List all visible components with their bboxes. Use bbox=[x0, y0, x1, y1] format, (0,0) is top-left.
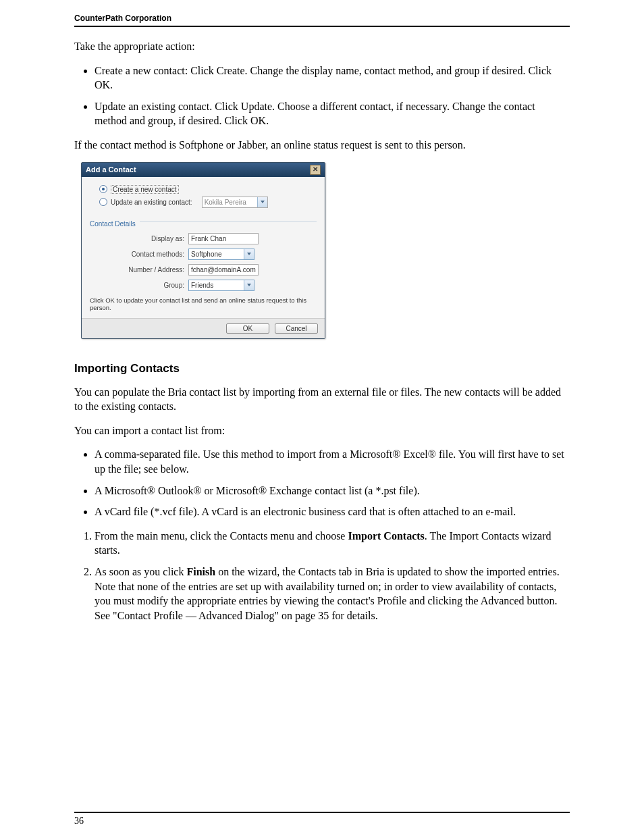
step-item: As soon as you click Finish on the wizar… bbox=[95, 565, 570, 623]
import-p2: You can import a contact list from: bbox=[74, 423, 570, 438]
contact-methods-value: Softphone bbox=[189, 251, 244, 258]
import-p1: You can populate the Bria contact list b… bbox=[74, 385, 570, 414]
dialog-titlebar: Add a Contact ✕ bbox=[82, 163, 325, 177]
dialog-hint: Click OK to update your contact list and… bbox=[90, 296, 317, 311]
page-footer: 36 bbox=[74, 812, 570, 827]
number-address-label: Number / Address: bbox=[90, 266, 188, 273]
radio-create-new[interactable] bbox=[99, 185, 107, 193]
contact-details-label: Contact Details bbox=[90, 220, 136, 228]
bullet-item: A Microsoft® Outlook® or Microsoft® Exch… bbox=[95, 484, 570, 498]
group-dropdown[interactable]: Friends bbox=[188, 280, 254, 291]
bullet-item: A vCard file (*.vcf file). A vCard is an… bbox=[95, 504, 570, 519]
step-text: From the main menu, click the Contacts m… bbox=[95, 530, 348, 542]
import-sources-list: A comma-separated file. Use this method … bbox=[74, 447, 570, 519]
importing-contacts-heading: Importing Contacts bbox=[74, 362, 570, 375]
group-label: Group: bbox=[90, 282, 188, 289]
radio-update-existing[interactable] bbox=[99, 198, 107, 206]
chevron-down-icon bbox=[244, 249, 254, 259]
page-number: 36 bbox=[74, 816, 84, 826]
page-header: CounterPath Corporation bbox=[74, 14, 570, 27]
chevron-down-icon bbox=[244, 280, 254, 290]
dialog-title: Add a Contact bbox=[86, 165, 136, 174]
step-item: From the main menu, click the Contacts m… bbox=[95, 529, 570, 558]
step-text: As soon as you click bbox=[95, 566, 186, 577]
radio-update-label: Update an existing contact: bbox=[111, 199, 192, 206]
step-bold: Import Contacts bbox=[348, 530, 424, 542]
number-address-input[interactable]: fchan@domainA.com bbox=[188, 264, 259, 276]
followup-text: If the contact method is Softphone or Ja… bbox=[74, 138, 570, 153]
intro-text: Take the appropriate action: bbox=[74, 39, 570, 54]
display-as-label: Display as: bbox=[90, 235, 188, 242]
action-bullets: Create a new contact: Click Create. Chan… bbox=[74, 63, 570, 128]
cancel-button[interactable]: Cancel bbox=[275, 323, 318, 334]
contact-methods-dropdown[interactable]: Softphone bbox=[188, 249, 254, 260]
bullet-item: Update an existing contact. Click Update… bbox=[95, 99, 570, 128]
chevron-down-icon bbox=[257, 197, 267, 207]
ok-button[interactable]: OK bbox=[226, 323, 269, 334]
display-as-input[interactable]: Frank Chan bbox=[188, 233, 259, 244]
contact-methods-label: Contact methods: bbox=[90, 251, 188, 258]
close-icon[interactable]: ✕ bbox=[310, 165, 321, 175]
bullet-item: Create a new contact: Click Create. Chan… bbox=[95, 63, 570, 93]
existing-contact-dropdown[interactable]: Kokila Pereira bbox=[202, 197, 268, 208]
radio-create-label: Create a new contact bbox=[111, 185, 179, 194]
import-steps: From the main menu, click the Contacts m… bbox=[74, 529, 570, 623]
add-contact-dialog: Add a Contact ✕ Create a new contact Upd… bbox=[81, 162, 325, 339]
bullet-item: A comma-separated file. Use this method … bbox=[95, 447, 570, 476]
existing-contact-value: Kokila Pereira bbox=[203, 199, 257, 206]
step-bold: Finish bbox=[186, 566, 215, 577]
group-value: Friends bbox=[189, 282, 244, 289]
